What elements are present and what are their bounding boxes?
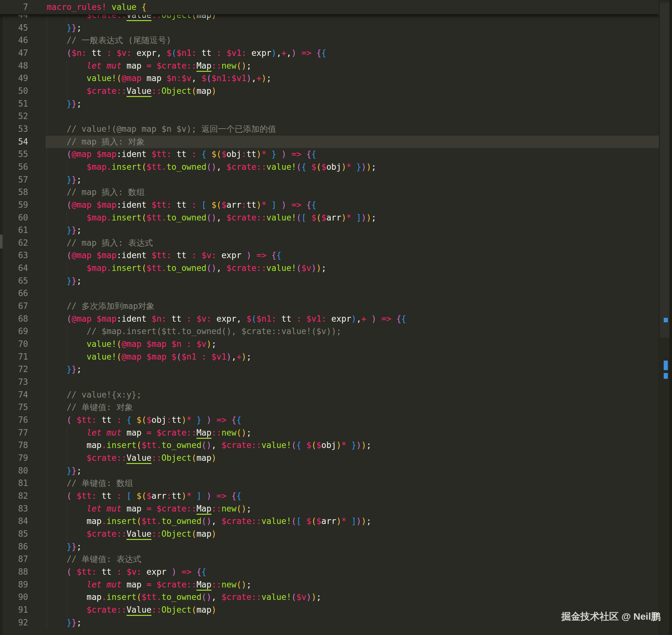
code-line[interactable]: 74 // value!{x:y};	[0, 389, 659, 401]
line-number[interactable]: 45	[0, 22, 35, 35]
line-number[interactable]: 79	[0, 452, 35, 465]
left-scrollbar-thumb[interactable]	[0, 235, 3, 248]
line-number[interactable]: 55	[0, 148, 35, 161]
code-line[interactable]: 58 // map 插入: 数组	[0, 186, 659, 199]
code-line[interactable]: 47 ($n: tt : $v: expr, $($n1: tt : $v1: …	[0, 47, 659, 60]
code-line[interactable]: 75 // 单键值: 对象	[0, 401, 659, 414]
code-line[interactable]: 86 }};	[0, 541, 659, 553]
line-number[interactable]: 50	[0, 85, 35, 97]
line-number[interactable]: 76	[0, 414, 35, 426]
code-line[interactable]: 87 // 单键值: 表达式	[0, 553, 659, 566]
line-number[interactable]: 73	[0, 376, 35, 389]
sticky-scroll-header[interactable]: 7macro_rules! value {	[0, 0, 659, 15]
code-line[interactable]: 64 $map.insert($tt.to_owned(), $crate::v…	[0, 262, 659, 275]
line-number[interactable]: 52	[0, 110, 35, 123]
code-line[interactable]: 65 }};	[0, 275, 659, 287]
line-number[interactable]: 82	[0, 490, 35, 503]
code-line[interactable]: 73	[0, 376, 659, 389]
code-line[interactable]: 68 (@map $map:ident $n: tt : $v: expr, $…	[0, 313, 659, 326]
line-number[interactable]: 77	[0, 426, 35, 439]
line-number[interactable]: 67	[0, 300, 35, 313]
code-line[interactable]: 85 $crate::Value::Object(map)	[0, 528, 659, 541]
line-number[interactable]: 90	[0, 591, 35, 604]
line-number[interactable]: 86	[0, 541, 35, 553]
code-line[interactable]: 51 }};	[0, 97, 659, 110]
line-number[interactable]: 64	[0, 262, 35, 275]
line-number[interactable]: 56	[0, 161, 35, 174]
code-line[interactable]: 89 let mut map = $crate::Map::new();	[0, 578, 659, 591]
line-number[interactable]: 72	[0, 363, 35, 376]
code-line[interactable]: 55 (@map $map:ident $tt: tt : { $($obj:t…	[0, 148, 659, 161]
line-number[interactable]: 69	[0, 325, 35, 338]
line-number[interactable]: 49	[0, 72, 35, 85]
line-number[interactable]: 63	[0, 249, 35, 262]
code-line[interactable]: 62 // map 插入: 表达式	[0, 237, 659, 249]
line-number[interactable]: 66	[0, 287, 35, 300]
line-number[interactable]: 58	[0, 186, 35, 199]
code-line[interactable]: 79 $crate::Value::Object(map)	[0, 452, 659, 465]
line-number[interactable]: 7	[0, 0, 35, 14]
line-number[interactable]: 51	[0, 97, 35, 110]
line-number[interactable]: 91	[0, 604, 35, 616]
line-number[interactable]: 48	[0, 60, 35, 72]
code-line[interactable]: 90 map.insert($tt.to_owned(), $crate::va…	[0, 591, 659, 604]
line-number[interactable]: 68	[0, 313, 35, 326]
line-number[interactable]: 47	[0, 47, 35, 60]
scrollbar-thumb[interactable]	[660, 3, 669, 337]
code-line[interactable]: 54 // map 插入: 对象	[0, 136, 659, 148]
code-line[interactable]: 56 $map.insert($tt.to_owned(), $crate::v…	[0, 161, 659, 174]
code-line[interactable]: 92 }};	[0, 616, 659, 629]
line-number[interactable]: 83	[0, 503, 35, 515]
code-line[interactable]: 59 (@map $map:ident $tt: tt : [ $($arr:t…	[0, 199, 659, 212]
code-line[interactable]: 82 ( $tt: tt : [ $($arr:tt)* ] ) => {{	[0, 490, 659, 503]
line-number[interactable]: 61	[0, 224, 35, 237]
line-number[interactable]: 75	[0, 401, 35, 414]
line-number[interactable]: 59	[0, 199, 35, 212]
code-line[interactable]: 83 let mut map = $crate::Map::new();	[0, 503, 659, 515]
code-line[interactable]: 84 map.insert($tt.to_owned(), $crate::va…	[0, 515, 659, 528]
line-number[interactable]: 54	[0, 136, 35, 148]
code-line[interactable]: 69 // $map.insert($tt.to_owned(), $crate…	[0, 325, 659, 338]
line-number[interactable]: 74	[0, 389, 35, 401]
line-number[interactable]: 80	[0, 465, 35, 477]
code-line[interactable]: 67 // 多次添加到map对象	[0, 300, 659, 313]
code-line[interactable]: 88 ( $tt: tt : $v: expr ) => {{	[0, 566, 659, 578]
code-line[interactable]: 49 value!(@map map $n:$v, $($n1:$v1),+);	[0, 72, 659, 85]
line-number[interactable]: 60	[0, 212, 35, 224]
code-line[interactable]: 70 value!(@map $map $n : $v);	[0, 338, 659, 351]
code-line[interactable]: 61 }};	[0, 224, 659, 237]
line-number[interactable]: 92	[0, 616, 35, 629]
code-line[interactable]: 77 let mut map = $crate::Map::new();	[0, 426, 659, 439]
code-line[interactable]: 48 let mut map = $crate::Map::new();	[0, 60, 659, 72]
line-number[interactable]: 53	[0, 123, 35, 136]
line-number[interactable]: 57	[0, 174, 35, 187]
line-number[interactable]: 84	[0, 515, 35, 528]
line-number[interactable]: 81	[0, 477, 35, 490]
code-line[interactable]: 52	[0, 110, 659, 123]
line-number[interactable]: 87	[0, 553, 35, 566]
code-line[interactable]: 50 $crate::Value::Object(map)	[0, 85, 659, 97]
line-number[interactable]: 70	[0, 338, 35, 351]
line-number[interactable]: 89	[0, 578, 35, 591]
code-line[interactable]: 60 $map.insert($tt.to_owned(), $crate::v…	[0, 212, 659, 224]
code-line[interactable]: 57 }};	[0, 174, 659, 187]
line-number[interactable]: 71	[0, 351, 35, 364]
line-number[interactable]: 85	[0, 528, 35, 541]
code-line[interactable]: 53 // value!(@map map $n $v); 返回一个已添加的值	[0, 123, 659, 136]
code-line[interactable]: 72 }};	[0, 363, 659, 376]
code-line[interactable]: 66	[0, 287, 659, 300]
code-line[interactable]: 76 ( $tt: tt : { $($obj:tt)* } ) => {{	[0, 414, 659, 426]
line-number[interactable]: 78	[0, 439, 35, 452]
line-number[interactable]: 46	[0, 34, 35, 47]
code-line[interactable]: 91 $crate::Value::Object(map)	[0, 604, 659, 616]
line-number[interactable]: 88	[0, 566, 35, 578]
code-line[interactable]: 45 }};	[0, 22, 659, 35]
code-line[interactable]: 71 value!(@map $map $($n1 : $v1),+);	[0, 351, 659, 364]
code-line[interactable]: 63 (@map $map:ident $tt: tt : $v: expr )…	[0, 249, 659, 262]
line-number[interactable]: 62	[0, 237, 35, 249]
code-line[interactable]: 81 // 单键值: 数组	[0, 477, 659, 490]
code-line[interactable]: 46 // 一般表达式 (尾随逗号)	[0, 34, 659, 47]
line-number[interactable]: 65	[0, 275, 35, 287]
code-line[interactable]: 78 map.insert($tt.to_owned(), $crate::va…	[0, 439, 659, 452]
code-line[interactable]: 80 }};	[0, 465, 659, 477]
